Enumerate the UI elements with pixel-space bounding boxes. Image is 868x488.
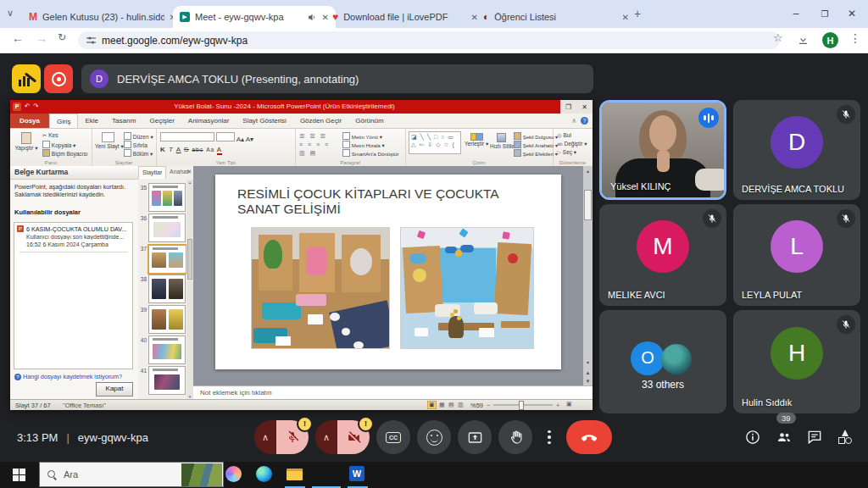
notes-pane[interactable]: Not eklemek için tıklatın [193,385,593,399]
meeting-details-button[interactable] [744,429,761,446]
help-icon[interactable]: ? [581,117,588,125]
fit-to-window-icon[interactable]: ▣ [566,401,572,408]
zoom-slider-thumb[interactable] [519,401,524,410]
zoom-out-icon[interactable]: − [487,402,490,409]
ppt-tab-gorunum[interactable]: Görünüm [348,114,390,128]
char-spacing-button[interactable]: Aa [206,147,214,152]
ppt-tab-gozden-gecir[interactable]: Gözden Geçir [293,114,348,128]
present-button[interactable] [458,420,492,454]
record-button[interactable] [44,64,73,93]
ppt-tab-slayt-gosterisi[interactable]: Slayt Gösterisi [236,114,293,128]
shapes-gallery[interactable]: ◪ ╲ ╲ □ ○ ▭△ ⇦ ⇩ ◇ ☆ ( [409,131,461,154]
participant-tile[interactable]: M MELIKE AVCI [599,204,726,306]
annotation-tool-button[interactable] [12,64,41,93]
mic-options-chevron-icon[interactable]: ∧ [254,420,276,454]
chat-button[interactable] [806,429,823,446]
shape-fill-button[interactable]: Şekil Dolgusu ▾ [514,132,558,140]
participant-tile[interactable]: H Hulin Sıddık [733,310,860,413]
tab-audio-icon[interactable] [308,13,317,22]
select-button[interactable]: ▷ Seç ▾ [557,149,576,156]
back-icon[interactable]: ← [12,31,24,45]
quick-styles-button[interactable]: Hızlı Stiller [490,133,512,149]
replace-button[interactable]: ab Değiştir ▾ [557,141,587,147]
zoom-in-icon[interactable]: + [556,402,559,409]
font-color-button[interactable]: A [217,146,222,155]
ppt-tab-tasarim[interactable]: Tasarım [105,114,142,128]
tab-ilovepdf[interactable]: ♥ Download file | iLovePDF ✕ [326,6,485,28]
start-button[interactable] [13,469,25,481]
refresh-icon[interactable]: ↻ [58,31,66,43]
recovery-close-button[interactable]: Kapat [96,382,133,396]
bold-button[interactable]: K [160,146,166,153]
copilot-icon[interactable] [225,466,242,483]
slides-tab[interactable]: Slaytlar [138,166,166,179]
leave-call-button[interactable] [566,420,612,454]
window-close-button[interactable]: ✕ [839,0,865,27]
copy-button[interactable]: Kopyala ▾ [42,141,75,149]
activities-button[interactable] [837,429,854,446]
ppt-tab-giris[interactable]: Giriş [49,114,78,128]
profile-avatar[interactable]: H [822,32,838,48]
ppt-restore-icon[interactable]: ❐ [565,103,571,111]
slide[interactable]: RESİMLİ ÇOCUK KİTAPLARI VE ÇOCUKTA SANAT… [215,175,561,369]
italic-button[interactable]: T [169,146,174,153]
camera-options-chevron-icon[interactable]: ∧ [315,420,337,454]
strike-button[interactable]: S [184,146,189,153]
close-panel-icon[interactable]: ✕ [186,169,192,175]
more-options-button[interactable] [542,427,556,447]
recovery-help-link[interactable]: ? Hangi dosyayı kaydetmek istiyorum? [14,373,122,380]
participant-tile-others[interactable]: O 33 others [599,310,726,413]
camera-control[interactable]: ∧ ! [315,420,370,454]
align-icons[interactable]: ≡ ≡ ≡ ≡ [299,141,330,147]
mic-mute-button[interactable]: ! [276,420,309,454]
site-settings-icon[interactable] [86,36,96,45]
text-direction-button[interactable]: Metin Yönü ▾ [342,132,382,140]
participant-tile[interactable]: L LEYLA PULAT [733,204,860,306]
find-button[interactable]: ◎ Bul [557,132,571,139]
new-tab-button[interactable]: + [634,7,641,20]
mic-control[interactable]: ∧ ! [254,420,309,454]
search-highlight-image[interactable] [181,463,222,486]
tab-meet[interactable]: ▶ Meet - eyw-gqwv-kpa ✕ [173,6,336,28]
download-icon[interactable] [797,33,810,47]
bookmark-star-icon[interactable]: ☆ [773,31,783,44]
new-slide-button[interactable]: Yeni Slayt ▾ [95,132,120,150]
slide-scrollbar[interactable]: ▴ ▾ ▲ ▼ [583,166,593,385]
font-size-select[interactable] [216,132,235,141]
raise-hand-button[interactable] [498,420,532,454]
ppt-tab-dosya[interactable]: Dosya [10,114,49,128]
browser-menu-icon[interactable]: ⋮ [849,31,861,45]
window-restore-button[interactable]: ❐ [812,0,837,27]
sorter-view-icon[interactable]: ▦ [439,402,445,408]
show-everyone-button[interactable] [776,429,793,446]
format-painter-button[interactable]: Biçim Boyacısı [42,149,87,157]
participant-tile-video[interactable]: Yüksel KILINÇ [599,100,726,200]
shape-effects-button[interactable]: Şekil Efektleri ▾ [514,149,558,157]
file-explorer-icon[interactable] [287,466,303,483]
tab-gmail[interactable]: M Gelen Kutusu (23) - hulin.siddi ✕ [22,6,183,28]
normal-view-icon[interactable]: ▣ [427,401,437,409]
smartart-button[interactable]: SmartArt'a Dönüştür [342,149,399,157]
thumbnail-scrollbar[interactable]: ▴ ▾ [186,180,193,399]
abc-strike-button[interactable]: abc [192,147,203,152]
arrange-button[interactable]: Yerleştir ▾ [465,133,488,147]
next-slide-icon[interactable]: ▼ [583,379,593,384]
taskbar-search-box[interactable]: Ara [39,462,224,487]
edge-icon[interactable] [256,466,273,483]
reactions-button[interactable] [417,420,451,454]
columns-icon[interactable]: ▥ ▤ [299,150,317,157]
shape-outline-button[interactable]: Şekil Anahattı ▾ [514,141,558,148]
reset-button[interactable]: Sıfırla [124,141,147,148]
captions-button[interactable]: CC [376,420,410,454]
font-name-select[interactable] [160,132,214,141]
tab-ogrenci-listesi[interactable]: ◐ Öğrenci Listesi ✕ [476,6,636,28]
window-minimize-button[interactable]: – [783,0,809,27]
address-bar[interactable]: meet.google.com/eyw-gqwv-kpa [78,31,780,49]
ppt-close-icon[interactable]: ✕ [581,103,587,111]
paste-button[interactable]: Yapıştır ▾ [14,132,38,152]
recovered-file-name[interactable]: 6 KASIM-ÇOCUKTA OLUMLU DAV... [26,225,130,233]
word-icon[interactable]: W [349,466,366,483]
underline-button[interactable]: A [176,146,181,153]
ppt-tab-animasyonlar[interactable]: Animasyonlar [181,114,236,128]
cut-button[interactable]: ✂ Kes [42,132,58,139]
